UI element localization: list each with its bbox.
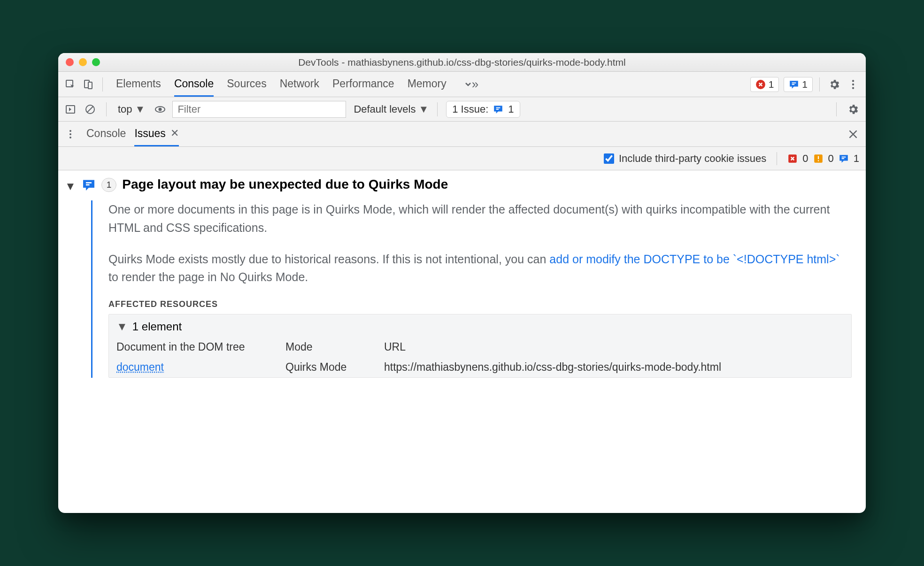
levels-label: Default levels xyxy=(354,103,416,115)
tab-console[interactable]: Console xyxy=(174,72,214,97)
svg-rect-22 xyxy=(841,156,846,157)
separator xyxy=(819,77,820,92)
drawer-tab-issues[interactable]: Issues ✕ xyxy=(134,122,178,146)
cell-document: document xyxy=(116,357,281,377)
clear-console-icon[interactable] xyxy=(83,102,98,117)
col-url: URL xyxy=(384,337,844,357)
error-icon xyxy=(787,153,798,164)
svg-point-16 xyxy=(69,133,71,135)
more-options-icon[interactable] xyxy=(845,76,861,92)
issue-paragraph-2: Quirks Mode exists mostly due to histori… xyxy=(108,250,852,287)
inspect-element-icon[interactable] xyxy=(63,77,78,92)
svg-point-8 xyxy=(852,87,854,89)
top-badges: 1 1 xyxy=(750,77,813,92)
svg-rect-25 xyxy=(86,184,90,186)
svg-point-15 xyxy=(69,130,71,132)
issues-content: ▼ 1 Page layout may be unexpected due to… xyxy=(58,170,866,513)
tab-performance[interactable]: Performance xyxy=(332,72,394,97)
separator xyxy=(106,102,107,116)
document-link[interactable]: document xyxy=(116,361,164,373)
context-label: top xyxy=(118,103,132,115)
log-levels-selector[interactable]: Default levels ▼ xyxy=(354,103,429,115)
affected-table: Document in the DOM tree Mode URL docume… xyxy=(116,337,844,377)
filter-input[interactable] xyxy=(172,101,346,118)
issue-title: Page layout may be unexpected due to Qui… xyxy=(122,177,448,192)
warning-icon xyxy=(813,153,824,164)
svg-rect-13 xyxy=(496,107,500,108)
tab-sources[interactable]: Sources xyxy=(227,72,266,97)
svg-rect-4 xyxy=(792,82,796,83)
disclosure-triangle-icon[interactable]: ▼ xyxy=(65,180,76,193)
third-party-checkbox-input[interactable] xyxy=(604,153,614,164)
svg-rect-2 xyxy=(88,82,92,89)
separator xyxy=(437,102,438,116)
context-selector[interactable]: top ▼ xyxy=(115,103,148,115)
issue-label: 1 Issue: xyxy=(452,103,488,115)
info-badge[interactable]: 1 xyxy=(784,77,813,92)
live-expression-icon[interactable] xyxy=(153,102,168,117)
svg-rect-23 xyxy=(841,158,844,159)
toggle-sidebar-icon[interactable] xyxy=(63,102,78,117)
error-count: 0 xyxy=(802,153,808,165)
issue-body: One or more documents in this page is in… xyxy=(91,200,856,378)
console-filter-bar: top ▼ Default levels ▼ 1 Issue: 1 xyxy=(58,97,866,122)
col-document: Document in the DOM tree xyxy=(116,337,281,357)
cell-url: https://mathiasbynens.github.io/css-dbg-… xyxy=(384,357,844,377)
minimize-window-button[interactable] xyxy=(79,58,87,66)
drawer-tab-console[interactable]: Console xyxy=(86,122,126,146)
window-titlebar: DevTools - mathiasbynens.github.io/css-d… xyxy=(58,53,866,72)
separator xyxy=(836,102,837,116)
tab-memory[interactable]: Memory xyxy=(408,72,447,97)
close-window-button[interactable] xyxy=(66,58,74,66)
tab-network[interactable]: Network xyxy=(280,72,319,97)
issues-counter[interactable]: 1 Issue: 1 xyxy=(446,101,520,118)
svg-rect-14 xyxy=(496,108,499,109)
issue-kind-icon xyxy=(82,178,96,192)
svg-point-7 xyxy=(852,83,854,85)
issue-count-pill: 1 xyxy=(101,178,117,192)
svg-rect-21 xyxy=(817,160,818,161)
third-party-label: Include third-party cookie issues xyxy=(619,153,766,165)
para2-text-a: Quirks Mode exists mostly due to histori… xyxy=(108,252,549,266)
window-title: DevTools - mathiasbynens.github.io/css-d… xyxy=(58,57,866,68)
issue-counts: 0 0 1 xyxy=(787,153,859,165)
info-icon xyxy=(839,153,849,164)
zoom-window-button[interactable] xyxy=(92,58,100,66)
affected-resources-box: ▼ 1 element Document in the DOM tree Mod… xyxy=(108,314,852,378)
doctype-help-link[interactable]: add or modify the DOCTYPE to be `<!DOCTY… xyxy=(549,252,839,266)
cell-mode: Quirks Mode xyxy=(285,357,379,377)
close-drawer-icon[interactable] xyxy=(845,126,861,142)
traffic-lights xyxy=(66,58,100,66)
drawer-more-icon[interactable] xyxy=(63,127,78,142)
svg-point-17 xyxy=(69,137,71,138)
separator xyxy=(102,77,103,92)
main-toolbar: Elements Console Sources Network Perform… xyxy=(58,72,866,97)
tab-elements[interactable]: Elements xyxy=(116,72,161,97)
disclosure-triangle-icon[interactable]: ▼ xyxy=(116,320,128,333)
panel-tabs: Elements Console Sources Network Perform… xyxy=(116,72,480,97)
info-count: 1 xyxy=(802,79,808,90)
affected-resources-label: AFFECTED RESOURCES xyxy=(108,299,852,309)
issue-header-row[interactable]: ▼ 1 Page layout may be unexpected due to… xyxy=(65,177,856,193)
svg-point-12 xyxy=(159,107,162,111)
issue-paragraph-1: One or more documents in this page is in… xyxy=(108,200,852,237)
error-count: 1 xyxy=(769,79,774,90)
error-badge[interactable]: 1 xyxy=(750,77,779,92)
svg-rect-24 xyxy=(86,182,92,184)
devtools-window: DevTools - mathiasbynens.github.io/css-d… xyxy=(58,53,866,513)
third-party-checkbox[interactable]: Include third-party cookie issues xyxy=(604,153,766,165)
element-count-label: 1 element xyxy=(132,320,182,333)
svg-rect-5 xyxy=(792,84,795,84)
col-mode: Mode xyxy=(285,337,379,357)
issue-count: 1 xyxy=(508,103,514,115)
settings-icon[interactable] xyxy=(826,76,842,92)
device-toolbar-icon[interactable] xyxy=(81,77,96,92)
svg-rect-20 xyxy=(817,156,818,159)
more-tabs-icon[interactable]: » xyxy=(460,72,480,97)
affected-element-header[interactable]: ▼ 1 element xyxy=(116,320,844,333)
para2-text-b: to render the page in No Quirks Mode. xyxy=(108,270,308,283)
warning-count: 0 xyxy=(828,153,834,165)
drawer-tab-issues-label: Issues xyxy=(134,127,165,140)
console-settings-icon[interactable] xyxy=(845,101,861,117)
close-tab-icon[interactable]: ✕ xyxy=(170,127,179,139)
